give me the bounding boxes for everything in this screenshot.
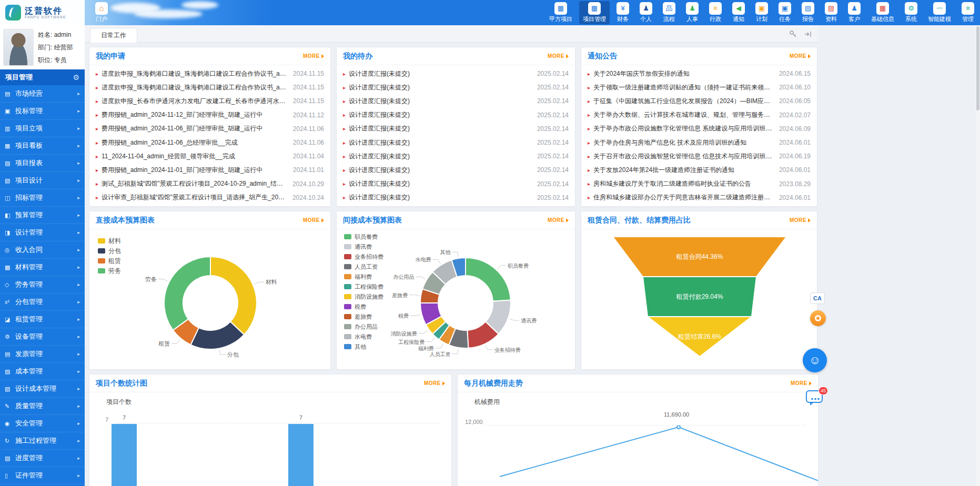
list-item[interactable]: ▸房和城乡建设厅关于取消二级建造师临时执业证书的公告2023.08.29	[588, 177, 811, 191]
legend-item[interactable]: 差旅费	[344, 312, 383, 321]
sidebar-item[interactable]: ◎收入合同▸	[0, 241, 85, 259]
list-item[interactable]: ▸设计进度汇报(未提交)2025.02.14	[343, 177, 569, 191]
sidebar-item[interactable]: ▤发票管理▸	[0, 346, 85, 363]
top-nav-item[interactable]: ♟人事	[682, 1, 702, 24]
legend-item[interactable]: 工程保险费	[344, 282, 383, 291]
list-item[interactable]: ▸费用报销_admin_2024-11-12_部门经理审批_胡建_运行中2024…	[96, 108, 324, 122]
more-link[interactable]: MORE	[548, 217, 569, 223]
top-nav-item[interactable]: ▦基础信息	[867, 1, 898, 24]
top-nav-item[interactable]: ▦项目管理	[579, 1, 610, 24]
list-item[interactable]: ▸进度款申报_珠海鹤港口建设_珠海鹤港口建设工程合作协议书_admin_...2…	[96, 80, 324, 94]
list-item[interactable]: ▸设计进度汇报(未提交)2025.02.14	[343, 108, 569, 122]
top-nav-item[interactable]: ♟客户	[844, 1, 864, 24]
list-item[interactable]: ▸关于举办住房与房地产信息化 技术及应用培训班的通知2024.06.01	[588, 136, 811, 149]
more-link[interactable]: MORE	[303, 217, 324, 223]
top-nav-item[interactable]: ▣任务	[775, 1, 795, 24]
list-item[interactable]: ▸设计进度汇报(未提交)2025.02.14	[343, 122, 569, 136]
legend-item[interactable]: 人员工资	[344, 262, 383, 271]
top-nav-item[interactable]: ⚙系统	[901, 1, 921, 24]
list-item[interactable]: ▸设计进度汇报(未提交)2025.02.14	[343, 191, 569, 205]
list-item[interactable]: ▸关于举办大数据、云计算技术在城市建设、规划、管理与服务中的应用培训班...20…	[588, 108, 811, 122]
legend-item[interactable]: 办公用品	[344, 322, 383, 331]
sidebar-item[interactable]: ◇劳务管理▸	[0, 276, 85, 293]
legend-item[interactable]: 税费	[344, 302, 383, 311]
list-item[interactable]: ▸住房和城乡建设部办公厅关于同意吉林省开展二级建造师注册证书电子证书试点...2…	[588, 191, 811, 205]
legend-item[interactable]: 分包	[98, 247, 121, 255]
gear-icon[interactable]: ⚙	[73, 73, 79, 82]
top-nav-item[interactable]: </>智能建模	[924, 1, 955, 24]
legend-item[interactable]: 职员餐费	[344, 232, 383, 241]
legend-item[interactable]: 其他	[344, 342, 383, 351]
top-nav-item-portal[interactable]: ⌂ 门户	[92, 1, 112, 24]
sidebar-item[interactable]: ◫招标管理▸	[0, 189, 85, 207]
list-item[interactable]: ▸设计进度汇报(未提交)2025.02.14	[343, 149, 569, 163]
sidebar-item[interactable]: x²分包管理▸	[0, 293, 85, 311]
legend-item[interactable]: 业务招待费	[344, 252, 383, 261]
list-item[interactable]: ▸关于领取一级注册建造师培训贴的通知（须持一建证书前来领取）2024.06.10	[588, 80, 811, 94]
sidebar-item[interactable]: ◉安全管理▸	[0, 415, 85, 432]
legend-item[interactable]: 福利费	[344, 272, 383, 281]
top-nav-item[interactable]: ≡行政	[705, 1, 725, 24]
list-item[interactable]: ▸关于2024年国庆节放假安排的通知2024.06.15	[588, 67, 811, 80]
list-item[interactable]: ▸费用报销_admin_2024-11-06_总经理审批__完成2024.11.…	[96, 136, 324, 149]
list-item[interactable]: ▸关于召开市政公用设施智慧化管理信息 信息技术与应用培训班的通知2024.06.…	[588, 149, 811, 163]
top-nav-item[interactable]: ♟个人	[636, 1, 656, 24]
list-item[interactable]: ▸费用报销_admin_2024-11-01_部门经理审批_胡建_运行中2024…	[96, 163, 324, 177]
more-link[interactable]: MORE	[790, 53, 811, 59]
top-nav-item[interactable]: ◀通知	[729, 1, 749, 24]
more-link[interactable]: MORE	[791, 380, 812, 386]
scrollbar[interactable]	[976, 25, 980, 486]
service-button[interactable]	[810, 310, 826, 326]
list-item[interactable]: ▸设计审查_彭祖新城“四馆”景观工程设计项目_请选择_胡产生_2024-10-2…	[96, 191, 324, 205]
list-item[interactable]: ▸进度款申报_长春市伊通河水力发电厂改建工程_长春市伊通河水力发电...2024…	[96, 94, 324, 108]
list-item[interactable]: ▸关于发放2024年第24批一级建造师注册证书的通知2024.06.01	[588, 163, 811, 177]
top-nav-item[interactable]: ≡管理	[958, 1, 978, 24]
list-item[interactable]: ▸设计进度汇报(未提交)2025.02.14	[343, 94, 569, 108]
sidebar-item[interactable]: ▣投标管理▸	[0, 103, 85, 120]
sidebar-item[interactable]: ◧预算管理▸	[0, 207, 85, 224]
legend-item[interactable]: 材料	[98, 237, 121, 245]
more-link[interactable]: MORE	[303, 53, 324, 59]
scrollbar-thumb[interactable]	[976, 26, 979, 110]
legend-item[interactable]: 水电费	[344, 332, 383, 341]
list-item[interactable]: ▸关于举办市政公用设施数字化管理信息 系统建设与应用培训班的通知2024.06.…	[588, 122, 811, 136]
more-link[interactable]: MORE	[424, 380, 445, 386]
top-nav-item[interactable]: ▦甲方项目	[545, 1, 576, 24]
legend-item[interactable]: 消防设施费	[344, 292, 383, 301]
sidebar-item[interactable]: ▨进度管理▸	[0, 450, 85, 467]
sidebar-item[interactable]: ▦项目看板▸	[0, 137, 85, 155]
tab-daily-work[interactable]: 日常工作	[90, 28, 137, 43]
list-item[interactable]: ▸11_2024-11-04_admin_经营部_领导审批__完成2024.11…	[96, 149, 324, 163]
legend-item[interactable]: 通讯费	[344, 242, 383, 251]
list-item[interactable]: ▸进度款申报_珠海鹤港口建设_珠海鹤港口建设工程合作协议书_admin_...2…	[96, 67, 324, 80]
sidebar-item[interactable]: ◨设计管理▸	[0, 224, 85, 241]
sidebar-item[interactable]: ▨成本管理▸	[0, 363, 85, 380]
list-item[interactable]: ▸费用报销_admin_2024-11-06_部门经理审批_胡建_运行中2024…	[96, 122, 324, 136]
top-nav-item[interactable]: ▤报告	[798, 1, 818, 24]
list-item[interactable]: ▸于征集《中国建筑施工行业信息化发展报告（2024）—BIM应用与发展》材料..…	[588, 94, 811, 108]
sidebar-item[interactable]: ✎质量管理▸	[0, 398, 85, 415]
top-nav-item[interactable]: ▣计划	[752, 1, 772, 24]
sidebar-item[interactable]: ▥项目立项▸	[0, 120, 85, 137]
chat-button[interactable]: 45	[806, 388, 826, 406]
sidebar-item[interactable]: ▯证件管理▸	[0, 467, 85, 484]
sidebar-item[interactable]: ▨项目报表▸	[0, 155, 85, 172]
sidebar-item[interactable]: ⚙设备管理▸	[0, 328, 85, 346]
list-item[interactable]: ▸设计进度汇报(未提交)2025.02.14	[343, 67, 569, 80]
top-nav-item[interactable]: ▤资料	[821, 1, 841, 24]
list-item[interactable]: ▸设计进度汇报(未提交)2025.02.14	[343, 136, 569, 149]
key-icon[interactable]	[789, 30, 797, 38]
sidebar-item[interactable]: ▤市场经营▸	[0, 85, 85, 103]
legend-item[interactable]: 劳务	[98, 267, 121, 275]
more-link[interactable]: MORE	[790, 217, 811, 223]
more-link[interactable]: MORE	[548, 53, 569, 59]
sidebar-item[interactable]: ▧项目设计▸	[0, 172, 85, 189]
list-item[interactable]: ▸测试_彭祖新城“四馆”景观工程设计项目_2024-10-29_admin_结束…	[96, 177, 324, 191]
collapse-icon[interactable]	[804, 30, 812, 38]
sidebar-item[interactable]: ↻施工过程管理▸	[0, 432, 85, 450]
sidebar-item[interactable]: ▩材料管理▸	[0, 259, 85, 276]
list-item[interactable]: ▸设计进度汇报(未提交)2025.02.14	[343, 163, 569, 177]
top-nav-item[interactable]: 品流程	[659, 1, 679, 24]
sidebar-item[interactable]: ◪租赁管理▸	[0, 311, 85, 328]
ca-widget[interactable]: CA	[810, 292, 825, 304]
